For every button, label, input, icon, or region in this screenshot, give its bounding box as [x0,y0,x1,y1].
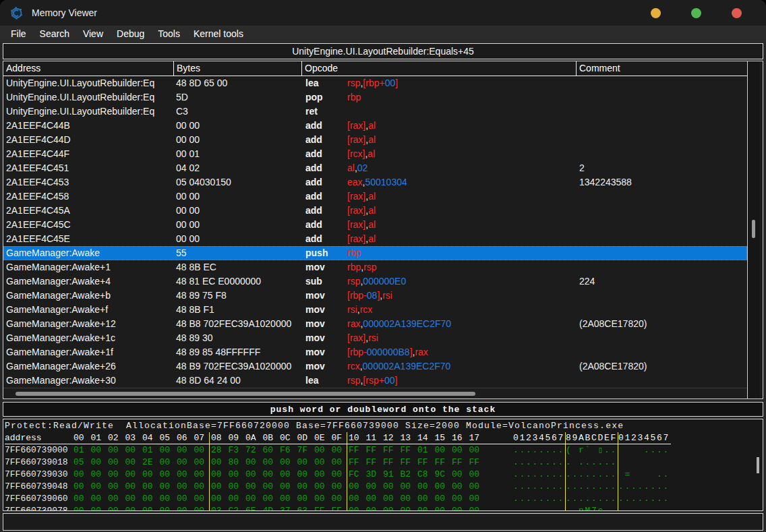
hex-byte[interactable]: 00 [193,493,210,505]
disassembly-row[interactable]: 2A1EEF4C45E 00 00 add [rax],al [3,232,747,246]
hex-byte[interactable]: 00 [175,456,193,469]
disassembly-row[interactable]: 2A1EEF4C451 04 02 add al,02 2 [3,161,747,175]
hex-byte[interactable]: 00 [416,505,434,511]
hex-byte[interactable]: 60 [262,444,279,456]
hex-byte[interactable]: 00 [227,469,245,481]
disassembly-row[interactable]: 2A1EEF4C45A 00 00 add [rax],al [3,204,747,218]
hex-byte[interactable]: 00 [124,481,142,493]
hex-byte[interactable]: 00 [313,456,330,469]
hex-ascii-text[interactable]: ........ [618,493,671,505]
hex-byte[interactable]: 00 [141,469,158,481]
menu-item-file[interactable]: File [4,27,33,40]
hex-byte[interactable]: 00 [450,493,468,505]
hex-byte[interactable]: 00 [175,469,193,481]
hex-byte[interactable]: 80 [227,456,245,469]
close-button[interactable] [732,8,742,18]
disassembly-row[interactable]: GameManager:Awake+12 48 B8 702FEC39A1020… [3,317,747,331]
hex-ascii-text[interactable]: ........ [618,481,671,493]
hex-byte[interactable]: FF [450,456,468,469]
hex-ascii-text[interactable]: . ...... [566,456,618,469]
hex-ascii-text[interactable]: ........ [513,505,566,511]
hex-byte[interactable]: 00 [158,444,176,456]
hex-byte[interactable]: 00 [90,469,107,481]
hex-byte[interactable]: 00 [124,456,142,469]
hex-byte[interactable]: 00 [107,469,124,481]
hex-byte[interactable]: 00 [175,481,193,493]
hex-byte[interactable]: FF [365,444,382,456]
hex-byte[interactable]: 37 [278,505,296,511]
hex-byte[interactable]: 00 [262,481,279,493]
hex-byte[interactable]: 00 [90,493,107,505]
disassembly-row[interactable]: 2A1EEF4C44D 00 00 add [rax],al [3,133,747,147]
hex-byte[interactable]: 00 [107,481,124,493]
hex-byte[interactable]: 00 [124,493,142,505]
hex-byte[interactable]: 00 [227,493,245,505]
disassembly-row[interactable]: GameManager:Awake+1 48 8B EC mov rbp,rsp [3,260,747,274]
hex-byte[interactable]: 00 [468,493,485,505]
hex-byte[interactable]: 00 [313,481,330,493]
hex-byte[interactable]: 00 [107,505,124,511]
hex-ascii-text[interactable]: ........ [618,505,671,511]
hex-ascii-text[interactable]: = .. [618,469,671,481]
disassembly-row[interactable]: GameManager:Awake+26 48 B9 702FEC39A1020… [3,359,747,374]
hex-byte[interactable]: 00 [450,505,468,511]
hex-byte[interactable]: 00 [124,505,142,511]
hex-byte[interactable]: FF [468,456,485,469]
minimize-button[interactable] [651,8,661,18]
hex-byte[interactable]: FF [434,456,451,469]
disassembly-row[interactable]: 2A1EEF4C44F 00 01 add [rcx],al [3,147,747,161]
menu-item-debug[interactable]: Debug [110,27,151,40]
hex-byte[interactable]: 00 [210,456,227,469]
hex-byte[interactable]: 00 [450,469,468,481]
hex-byte[interactable]: 00 [330,493,348,505]
menu-item-tools[interactable]: Tools [151,27,187,40]
hex-byte[interactable]: 00 [193,456,210,469]
hex-byte[interactable]: 00 [158,481,176,493]
hex-byte[interactable]: 00 [124,444,142,456]
hex-byte[interactable]: FF [313,505,330,511]
hex-byte[interactable]: 00 [450,444,468,456]
hex-byte[interactable]: 00 [468,481,485,493]
hex-byte[interactable]: 00 [141,505,158,511]
hex-byte[interactable]: 00 [90,444,107,456]
disassembly-row[interactable]: GameManager:Awake+f 48 8B F1 mov rsi,rcx [3,303,747,317]
menu-item-search[interactable]: Search [33,27,76,40]
hex-ascii-text[interactable] [618,456,671,469]
hex-byte[interactable]: 00 [175,505,193,511]
hex-ascii-text[interactable]: ........ [513,469,566,481]
hex-byte[interactable]: C2 [227,505,245,511]
hex-byte[interactable]: 00 [399,493,417,505]
hex-byte[interactable]: 00 [434,444,451,456]
hex-byte[interactable]: 6E [244,505,262,511]
hex-byte[interactable]: 00 [330,456,348,469]
hex-byte[interactable]: 00 [347,505,365,511]
hex-byte[interactable]: FF [382,456,399,469]
hex-ascii-text[interactable]: ........ [566,493,618,505]
hex-byte[interactable]: 00 [244,456,262,469]
hex-byte[interactable]: 28 [210,444,227,456]
hex-byte[interactable]: 00 [330,481,348,493]
hex-byte[interactable]: 3D [365,469,382,481]
hex-byte[interactable]: 00 [365,493,382,505]
hex-byte[interactable]: 00 [244,493,262,505]
hex-byte[interactable]: 01 [141,444,158,456]
hex-byte[interactable]: FF [382,444,399,456]
hex-byte[interactable]: 00 [158,469,176,481]
hex-byte[interactable]: 72 [244,444,262,456]
hex-byte[interactable]: 00 [72,469,90,481]
hex-byte[interactable]: 00 [193,481,210,493]
hex-byte[interactable]: 00 [416,481,434,493]
disassembly-row[interactable]: 2A1EEF4C453 05 04030150 add eax,50010304… [3,175,747,189]
disassembly-row[interactable]: GameManager:Awake+4 48 81 EC E0000000 su… [3,274,747,289]
hex-byte[interactable]: 00 [90,456,107,469]
hex-byte[interactable]: 00 [262,469,279,481]
hex-byte[interactable]: 00 [468,505,485,511]
hex-byte[interactable]: 00 [278,481,296,493]
hex-ascii-text[interactable]: ........ [566,481,618,493]
hex-byte[interactable]: FF [399,444,417,456]
hex-byte[interactable]: 00 [107,444,124,456]
hex-byte[interactable]: FF [330,505,348,511]
hex-ascii-text[interactable]: ........ [513,456,566,469]
hex-byte[interactable]: 00 [330,469,348,481]
hex-byte[interactable]: 00 [278,493,296,505]
